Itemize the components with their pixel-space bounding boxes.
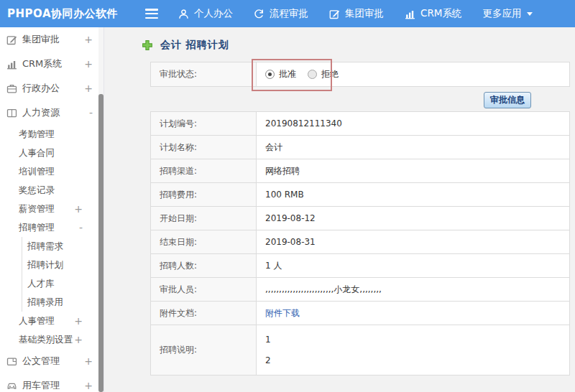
radio-approve-label: 批准 — [279, 68, 296, 80]
sidebar-item-rewards[interactable]: 奖惩记录 — [0, 181, 104, 200]
nav-process-approval[interactable]: 流程审批 — [254, 7, 308, 20]
table-row: 附件文档: 附件下载 — [151, 302, 569, 325]
sidebar-item-basic-category[interactable]: 基础类别设置 + — [0, 330, 104, 349]
sidebar-item-label: 人事合同 — [19, 147, 55, 159]
expand-plus-icon[interactable]: + — [74, 334, 83, 345]
add-plus-icon — [142, 39, 153, 51]
sidebar-scrollbar-thumb[interactable] — [98, 94, 104, 392]
expand-plus-icon[interactable]: + — [84, 380, 93, 391]
table-row: 招聘渠道: 网络招聘 — [151, 159, 569, 183]
sidebar-item-label: 考勤管理 — [19, 129, 55, 141]
car-icon — [6, 381, 17, 391]
sidebar-item-talent-pool[interactable]: 人才库 — [22, 274, 104, 293]
attachment-download-link[interactable]: 附件下载 — [265, 307, 300, 319]
sidebar-item-label: 奖惩记录 — [19, 185, 55, 197]
description-line: 1 — [265, 335, 271, 345]
app-logo: PHPOA协同办公软件 — [7, 7, 138, 21]
edit-icon — [329, 9, 340, 19]
field-value: 1 2 — [257, 325, 569, 375]
sidebar-item-recruit-demand[interactable]: 招聘需求 — [22, 237, 104, 256]
menu-toggle-icon[interactable] — [145, 9, 158, 19]
radio-reject-label: 拒绝 — [321, 68, 339, 80]
sidebar-item-admin-office[interactable]: 行政办公 + — [0, 76, 104, 101]
sidebar-scrollbar-track — [98, 27, 104, 392]
sidebar-item-salary[interactable]: 薪资管理 + — [0, 200, 104, 218]
nav-crm-system[interactable]: CRM系统 — [405, 7, 461, 20]
field-value: 2019-08-31 — [257, 230, 569, 253]
expand-plus-icon[interactable]: + — [74, 315, 83, 327]
field-value: 100 RMB — [257, 183, 569, 206]
process-icon — [254, 9, 264, 19]
field-label: 计划编号: — [151, 112, 257, 135]
expand-plus-icon[interactable]: + — [74, 203, 83, 215]
field-label: 审批状态: — [151, 62, 257, 86]
field-value: 会计 — [257, 136, 569, 159]
sidebar: 集团审批 + CRM系统 + 行政办公 + 人力资源 - 考勤管理 人事合同 培… — [0, 27, 104, 392]
sidebar-item-personnel-mgmt[interactable]: 人事管理 + — [0, 312, 104, 330]
sidebar-item-label: 用车管理 — [22, 379, 60, 392]
sidebar-item-group-approval[interactable]: 集团审批 + — [0, 27, 104, 52]
edit-square-icon — [6, 34, 17, 45]
expand-plus-icon[interactable]: + — [84, 34, 93, 45]
table-row: 结束日期: 2019-08-31 — [151, 230, 569, 254]
sidebar-item-attendance[interactable]: 考勤管理 — [0, 125, 104, 144]
sidebar-item-label: 基础类别设置 — [19, 334, 73, 346]
sidebar-item-vehicle-mgmt[interactable]: 用车管理 + — [0, 373, 104, 392]
book-icon — [6, 108, 17, 118]
radio-approve[interactable] — [265, 70, 275, 79]
nav-label: 个人办公 — [194, 7, 233, 20]
table-row: 审批人员: ,,,,,,,,,,,,,,,,,,,,,,,,,小龙女,,,,,,… — [151, 278, 569, 302]
sidebar-item-label: 招聘需求 — [27, 241, 63, 253]
top-navigation: 个人办公 流程审批 集团审批 CRM系统 更多应用 — [178, 7, 553, 20]
expand-minus-icon[interactable]: - — [79, 222, 83, 233]
sidebar-item-label: 人才库 — [27, 278, 55, 290]
sidebar-item-recruit-hire[interactable]: 招聘录用 — [22, 293, 104, 312]
field-label: 招聘费用: — [151, 183, 257, 206]
expand-plus-icon[interactable]: + — [84, 83, 93, 94]
status-radio-group: 批准 拒绝 — [257, 62, 569, 86]
top-navbar: PHPOA协同办公软件 个人办公 流程审批 集团审批 CRM系统 — [0, 0, 575, 27]
field-label: 招聘说明: — [151, 325, 257, 375]
sidebar-item-label: 公文管理 — [22, 355, 60, 368]
field-label: 结束日期: — [151, 230, 257, 253]
page-title-row: 会计 招聘计划 — [142, 39, 229, 52]
page-title: 会计 招聘计划 — [160, 39, 229, 52]
sidebar-item-label: 招聘管理 — [19, 222, 55, 234]
recruit-submenu: 招聘需求 招聘计划 人才库 招聘录用 — [22, 237, 104, 312]
sidebar-item-recruit-mgmt[interactable]: 招聘管理 - — [0, 218, 104, 237]
radio-reject[interactable] — [308, 70, 317, 79]
expand-plus-icon[interactable]: + — [84, 58, 93, 70]
table-row: 计划编号: 20190812111340 — [151, 112, 569, 136]
person-icon — [178, 9, 189, 19]
sidebar-item-document-mgmt[interactable]: 公文管理 + — [0, 349, 104, 373]
sidebar-item-crm[interactable]: CRM系统 + — [0, 52, 104, 76]
field-value: 1 人 — [257, 254, 569, 277]
field-label: 附件文档: — [151, 302, 257, 325]
expand-minus-icon[interactable]: - — [89, 107, 93, 118]
nav-label: CRM系统 — [420, 7, 461, 20]
briefcase-icon — [6, 83, 17, 94]
sidebar-item-label: 招聘录用 — [27, 297, 63, 309]
sidebar-item-training[interactable]: 培训管理 — [0, 162, 104, 181]
sidebar-item-hr-contract[interactable]: 人事合同 — [0, 144, 104, 162]
nav-label: 更多应用 — [482, 7, 521, 20]
field-label: 审批人员: — [151, 278, 257, 301]
document-icon — [6, 356, 17, 367]
sidebar-item-label: 培训管理 — [19, 166, 55, 178]
sidebar-item-label: 集团审批 — [22, 33, 60, 46]
sidebar-item-label: CRM系统 — [22, 57, 62, 70]
field-value: 附件下载 — [257, 302, 569, 325]
nav-group-approval[interactable]: 集团审批 — [329, 7, 384, 20]
approval-info-button[interactable]: 审批信息 — [484, 92, 531, 108]
field-label: 计划名称: — [151, 136, 257, 159]
expand-plus-icon[interactable]: + — [84, 355, 93, 367]
nav-personal-office[interactable]: 个人办公 — [178, 7, 233, 20]
sidebar-item-label: 招聘计划 — [27, 259, 63, 271]
caret-down-icon — [527, 12, 533, 16]
nav-more-apps[interactable]: 更多应用 — [482, 7, 533, 20]
sidebar-item-hr[interactable]: 人力资源 - — [0, 101, 104, 125]
main-content: 会计 招聘计划 审批状态: 批准 拒绝 审批信息 计划编号: 201908121… — [104, 27, 575, 392]
sidebar-item-recruit-plan[interactable]: 招聘计划 — [22, 256, 104, 274]
field-label: 招聘渠道: — [151, 159, 257, 182]
status-table: 审批状态: 批准 拒绝 — [150, 62, 570, 87]
